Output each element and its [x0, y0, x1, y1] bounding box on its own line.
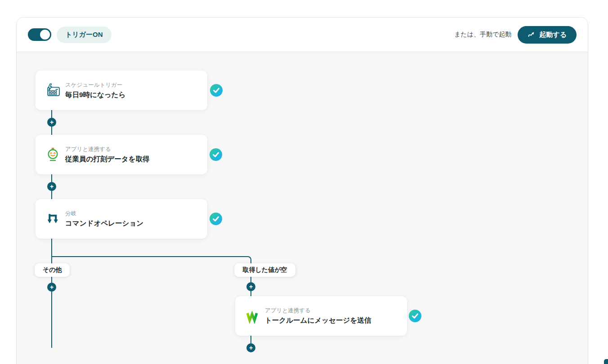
trigger-status-badge: トリガーON — [57, 27, 112, 43]
launch-button[interactable]: 起動する — [518, 26, 577, 44]
add-step-button[interactable]: + — [47, 283, 56, 292]
add-step-button[interactable]: + — [47, 118, 56, 127]
node-type-label: アプリと連携する — [65, 146, 149, 153]
branch-label-empty-value[interactable]: 取得した値が空 — [234, 263, 295, 277]
branch-connector-line — [52, 256, 247, 257]
node-type-label: アプリと連携する — [265, 307, 371, 315]
schedule-trigger-icon — [45, 82, 61, 99]
node-type-label: スケジュールトリガー — [65, 81, 125, 89]
connector-line — [51, 239, 52, 348]
node-type-label: 分岐 — [65, 210, 143, 218]
node-send-message[interactable]: アプリと連携する トークルームにメッセージを送信 — [235, 296, 407, 336]
lineworks-app-icon — [244, 308, 261, 324]
add-step-button[interactable]: + — [246, 343, 255, 352]
branch-icon — [45, 211, 61, 227]
node-title: トークルームにメッセージを送信 — [265, 316, 371, 325]
manual-launch-hint: または、手動で起動 — [454, 31, 511, 39]
toggle-knob — [40, 30, 50, 40]
node-schedule-trigger[interactable]: スケジュールトリガー 毎日9時になったら — [36, 71, 207, 110]
step-completed-check-icon — [210, 213, 222, 225]
step-completed-check-icon — [409, 310, 421, 322]
workflow-panel: トリガーON または、手動で起動 起動する — [16, 17, 588, 364]
add-step-button[interactable]: + — [47, 182, 56, 191]
branch-label-other[interactable]: その他 — [35, 263, 70, 277]
trigger-toggle[interactable] — [28, 28, 51, 41]
node-title: コマンドオペレーション — [65, 219, 143, 228]
timeclock-app-icon — [45, 146, 61, 163]
node-branch-operation[interactable]: 分岐 コマンドオペレーション — [36, 199, 207, 239]
floating-widget-fragment[interactable] — [604, 359, 608, 364]
workflow-header: トリガーON または、手動で起動 起動する — [17, 18, 588, 52]
node-timeclock-fetch[interactable]: アプリと連携する 従業員の打刻データを取得 — [36, 135, 207, 174]
launch-arrow-icon — [528, 31, 535, 38]
add-step-button[interactable]: + — [246, 282, 255, 291]
launch-button-label: 起動する — [539, 31, 567, 39]
node-title: 従業員の打刻データを取得 — [65, 155, 149, 164]
step-completed-check-icon — [210, 84, 223, 97]
node-title: 毎日9時になったら — [65, 90, 125, 100]
step-completed-check-icon — [210, 148, 222, 161]
